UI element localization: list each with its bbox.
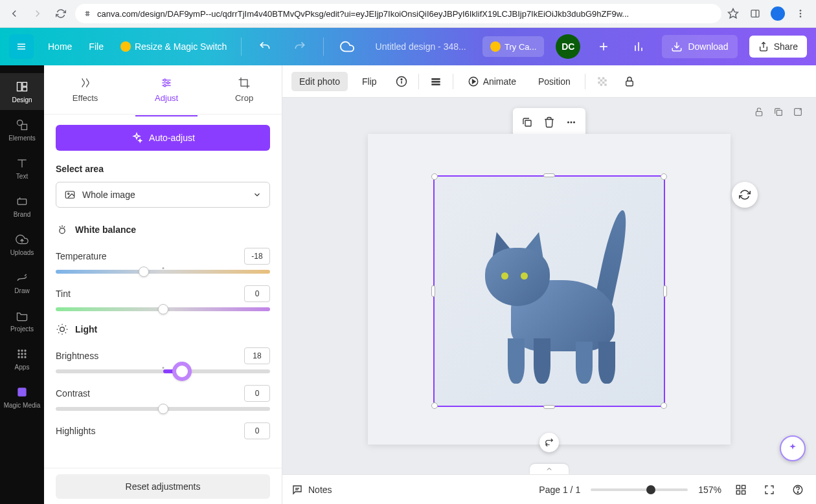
more-icon[interactable]: [561, 112, 582, 133]
resize-handle-b[interactable]: [543, 405, 555, 409]
brightness-track[interactable]: [56, 369, 270, 373]
resize-handle-l[interactable]: [431, 285, 435, 297]
notes-button[interactable]: Notes: [291, 484, 332, 496]
browser-url-bar[interactable]: canva.com/design/DAF9ymP--uc/qdrrTjIm4v4…: [75, 4, 721, 23]
rail-design[interactable]: Design: [0, 73, 44, 110]
home-link[interactable]: Home: [45, 38, 74, 56]
browser-reload-button[interactable]: [52, 5, 70, 23]
redo-button[interactable]: [288, 35, 312, 58]
brightness-value-input[interactable]: 18: [244, 347, 270, 364]
browser-forward-button[interactable]: [28, 5, 47, 23]
tab-adjust[interactable]: Adjust: [135, 71, 198, 116]
tint-value-input[interactable]: 0: [244, 285, 270, 302]
delete-icon[interactable]: [539, 112, 560, 133]
browser-profile-icon[interactable]: [771, 6, 785, 21]
lines-icon[interactable]: [425, 71, 446, 92]
contrast-thumb[interactable]: [158, 404, 168, 414]
info-icon[interactable]: [391, 71, 412, 92]
svg-rect-49: [600, 79, 602, 81]
highlights-value-input[interactable]: 0: [244, 422, 270, 439]
svg-rect-51: [598, 82, 600, 83]
help-icon[interactable]: [789, 481, 807, 499]
rail-elements[interactable]: Elements: [0, 111, 44, 148]
panel-scroll-body[interactable]: Auto-adjust Select area Whole image Whit…: [44, 115, 282, 468]
canvas-stage[interactable]: [282, 98, 816, 474]
resize-handle-br[interactable]: [661, 402, 667, 409]
svg-point-21: [21, 349, 23, 351]
rail-apps[interactable]: Apps: [0, 340, 44, 377]
contrast-value-input[interactable]: 0: [244, 385, 270, 402]
user-avatar[interactable]: DC: [556, 34, 580, 59]
zoom-thumb[interactable]: [646, 485, 655, 494]
duplicate-page-icon[interactable]: [773, 107, 784, 117]
edit-photo-button[interactable]: Edit photo: [291, 72, 348, 91]
copy-icon[interactable]: [517, 112, 538, 133]
zoom-slider[interactable]: [591, 488, 688, 491]
try-canva-button[interactable]: Try Ca...: [482, 36, 544, 57]
undo-button[interactable]: [253, 35, 277, 58]
flip-button[interactable]: Flip: [354, 72, 385, 91]
resize-handle-t[interactable]: [543, 173, 555, 177]
rail-draw[interactable]: Draw: [0, 264, 44, 301]
contrast-track[interactable]: [56, 407, 270, 411]
share-button[interactable]: Share: [749, 36, 807, 58]
temperature-thumb[interactable]: [139, 267, 149, 277]
tab-effects[interactable]: Effects: [53, 71, 118, 108]
resize-handle-tr[interactable]: [661, 173, 667, 180]
document-title[interactable]: Untitled design - 348...: [370, 41, 471, 52]
analytics-button[interactable]: [627, 35, 650, 58]
canva-assistant-button[interactable]: [780, 435, 806, 461]
design-icon: [15, 80, 29, 94]
tab-crop[interactable]: Crop: [216, 71, 273, 108]
rail-magic-media[interactable]: Magic Media: [0, 378, 44, 415]
zoom-value[interactable]: 157%: [698, 485, 721, 495]
tint-thumb[interactable]: [158, 304, 168, 314]
download-button[interactable]: Download: [662, 35, 737, 58]
main-menu-button[interactable]: [9, 34, 34, 59]
svg-rect-43: [431, 78, 440, 80]
browser-back-button[interactable]: [5, 5, 23, 23]
reset-adjustments-button[interactable]: Reset adjustments: [56, 474, 270, 499]
panel-icon[interactable]: [749, 7, 762, 20]
brightness-thumb[interactable]: [172, 362, 192, 381]
add-page-icon[interactable]: [793, 107, 803, 117]
resize-magic-switch-button[interactable]: Resize & Magic Switch: [118, 38, 229, 56]
projects-icon: [15, 309, 29, 323]
rail-text[interactable]: Text: [0, 149, 44, 186]
resize-handle-r[interactable]: [663, 285, 667, 297]
rail-projects[interactable]: Projects: [0, 302, 44, 339]
lock-icon[interactable]: [619, 71, 640, 92]
reset-bar: Reset adjustments: [44, 468, 282, 504]
page-thumbnails-toggle[interactable]: [530, 464, 569, 474]
cloud-sync-icon[interactable]: [335, 35, 359, 58]
apps-icon: [15, 347, 29, 361]
rail-brand[interactable]: Brand: [0, 188, 44, 225]
magic-media-icon: [15, 385, 29, 399]
browser-menu-icon[interactable]: [794, 7, 807, 20]
bookmark-icon[interactable]: [727, 7, 740, 20]
position-button[interactable]: Position: [530, 72, 578, 91]
sync-button[interactable]: [539, 433, 559, 452]
transparency-icon[interactable]: [592, 71, 613, 92]
rail-uploads[interactable]: Uploads: [0, 226, 44, 263]
animate-label: Animate: [483, 76, 516, 87]
lock-page-icon[interactable]: [754, 107, 764, 117]
fullscreen-icon[interactable]: [760, 481, 778, 499]
rail-label: Elements: [8, 135, 36, 142]
add-collaborator-button[interactable]: [592, 35, 615, 58]
selected-image[interactable]: [433, 175, 665, 407]
svg-point-61: [571, 122, 572, 124]
grid-view-icon[interactable]: [732, 481, 750, 499]
text-icon: [15, 156, 29, 170]
temperature-track[interactable]: [56, 270, 270, 274]
resize-handle-bl[interactable]: [431, 402, 438, 409]
tint-track[interactable]: [56, 307, 270, 311]
temperature-value-input[interactable]: -18: [244, 248, 270, 265]
auto-adjust-button[interactable]: Auto-adjust: [56, 125, 270, 151]
file-menu[interactable]: File: [86, 38, 106, 56]
select-area-dropdown[interactable]: Whole image: [56, 182, 270, 208]
animate-button[interactable]: Animate: [460, 71, 524, 92]
resize-handle-tl[interactable]: [431, 173, 438, 180]
regenerate-button[interactable]: [732, 182, 758, 208]
rail-label: Projects: [10, 325, 34, 333]
